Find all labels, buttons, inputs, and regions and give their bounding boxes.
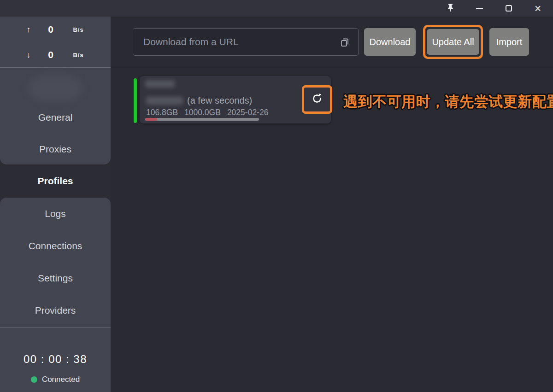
- profile-name-redacted: [145, 80, 175, 88]
- profile-subtitle-row: (a few seconds): [146, 94, 252, 106]
- refresh-icon[interactable]: [311, 92, 324, 107]
- minimize-button[interactable]: [470, 1, 489, 15]
- minimize-icon: [476, 8, 483, 9]
- update-all-button[interactable]: Update All: [427, 29, 479, 55]
- profile-expires: 2025-02-26: [227, 108, 269, 117]
- url-input[interactable]: [133, 28, 359, 56]
- download-speed-value: 0: [39, 47, 63, 63]
- sidebar-item-profiles[interactable]: Profiles: [0, 164, 111, 198]
- update-all-highlight-box: Update All: [423, 25, 483, 59]
- active-profile-indicator: [134, 78, 137, 123]
- sidebar: ↑ 0 B/s ↓ 0 B/s General Proxies Profiles…: [0, 17, 111, 392]
- app-window: × ↑ 0 B/s ↓ 0 B/s General Proxies Profil…: [0, 0, 553, 392]
- toolbar-divider: [111, 67, 553, 67]
- sidebar-divider-top: [0, 67, 111, 68]
- usage-progress-bar: [145, 118, 259, 121]
- sidebar-item-proxies[interactable]: Proxies: [0, 139, 111, 159]
- usage-progress-fill: [145, 118, 157, 121]
- profile-provider-redacted: [146, 97, 183, 105]
- paste-icon[interactable]: [339, 37, 350, 48]
- sidebar-item-logs[interactable]: Logs: [0, 204, 111, 224]
- pin-button[interactable]: [441, 1, 460, 15]
- download-speed-unit: B/s: [68, 47, 88, 63]
- upload-arrow-icon: ↑: [23, 22, 34, 37]
- download-speed-row: ↓ 0 B/s: [0, 47, 111, 63]
- upload-speed-value: 0: [39, 22, 63, 37]
- profile-used: 106.8GB: [146, 108, 178, 117]
- sidebar-divider-bottom: [0, 327, 111, 328]
- window-controls: ×: [441, 0, 547, 17]
- maximize-button[interactable]: [499, 1, 518, 15]
- sidebar-item-settings[interactable]: Settings: [0, 268, 111, 288]
- download-arrow-icon: ↓: [23, 47, 34, 63]
- sidebar-item-connections[interactable]: Connections: [0, 236, 111, 256]
- sidebar-item-providers[interactable]: Providers: [0, 300, 111, 321]
- upload-speed-unit: B/s: [68, 22, 88, 37]
- status-label: Connected: [42, 375, 80, 384]
- sidebar-lower-block: Logs Connections Settings Providers 00 :…: [0, 198, 111, 392]
- close-button[interactable]: ×: [528, 1, 547, 15]
- refresh-highlight-box: [302, 85, 332, 114]
- sidebar-item-profiles-label: Profiles: [0, 171, 111, 191]
- status-dot-icon: [31, 376, 37, 383]
- profile-updated-ago: (a few seconds): [187, 95, 252, 106]
- profile-usage-row: 106.8GB 1000.0GB 2025-02-26: [146, 108, 268, 117]
- annotation-text: 遇到不可用时，请先尝试更新配置: [343, 93, 553, 111]
- sidebar-item-general[interactable]: General: [0, 107, 111, 128]
- maximize-icon: [506, 5, 512, 12]
- import-button[interactable]: Import: [489, 28, 529, 56]
- titlebar: ×: [0, 0, 553, 17]
- main-panel: Download Update All Import (a few second…: [111, 17, 553, 392]
- profile-total: 1000.0GB: [184, 108, 221, 117]
- connection-status: Connected: [0, 373, 111, 386]
- close-icon: ×: [535, 3, 541, 14]
- pin-icon: [447, 3, 454, 14]
- blurred-logo: [29, 75, 82, 101]
- upload-speed-row: ↑ 0 B/s: [0, 22, 111, 37]
- download-button[interactable]: Download: [364, 28, 416, 56]
- uptime-timer: 00 : 00 : 38: [0, 349, 111, 369]
- sidebar-upper-block: ↑ 0 B/s ↓ 0 B/s General Proxies: [0, 17, 111, 164]
